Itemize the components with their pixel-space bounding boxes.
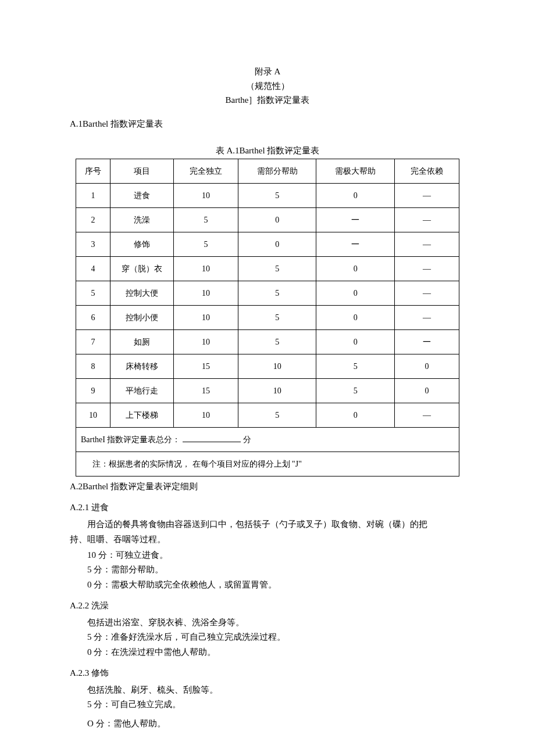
table-cell: 5	[238, 305, 316, 329]
table-row: 7如厕1050一	[76, 329, 459, 354]
table-cell: 3	[76, 232, 110, 256]
total-score-underline	[183, 442, 241, 442]
table-caption: 表 A.1Barthel 指数评定量表	[70, 144, 465, 157]
table-cell: —	[395, 281, 459, 305]
table-cell: 0	[395, 354, 459, 378]
section-a2-heading: A.2Barthel 指数评定量表评定细则	[70, 480, 465, 493]
table-cell: 如厕	[110, 329, 174, 354]
table-cell: 10	[238, 378, 316, 403]
table-cell: 控制大便	[110, 281, 174, 305]
table-cell: 0	[316, 305, 395, 329]
table-cell: 6	[76, 305, 110, 329]
barthel-table: 序号 项目 完全独立 需部分帮助 需极大帮助 完全依赖 1进食1050—2洗澡5…	[76, 159, 459, 476]
table-cell: 5	[174, 207, 238, 232]
table-cell: 修饰	[110, 232, 174, 256]
table-cell: 一	[395, 329, 459, 354]
table-cell: 4	[76, 256, 110, 281]
table-cell: 9	[76, 378, 110, 403]
a23-score-5: 5 分：可自己独立完成。	[87, 698, 465, 711]
table-cell: 0	[395, 378, 459, 403]
table-cell: 5	[174, 232, 238, 256]
table-cell: 穿（脱）衣	[110, 256, 174, 281]
table-cell: 10	[174, 329, 238, 354]
table-cell: 5	[238, 256, 316, 281]
table-row: 10上下楼梯1050—	[76, 403, 459, 427]
table-cell: 5	[76, 281, 110, 305]
a21-scores: 10 分：可独立进食。 5 分：需部分帮助。 0 分：需极大帮助或完全依赖他人，…	[87, 549, 465, 592]
a21-score-0: 0 分：需极大帮助或完全依赖他人，或留置胃管。	[87, 578, 465, 592]
table-cell: 洗澡	[110, 207, 174, 232]
section-a1-heading: A.1Barthel 指数评定量表	[70, 117, 465, 131]
a22-score-5: 5 分：准备好洗澡水后，可自己独立完成洗澡过程。	[87, 630, 465, 644]
th-full: 完全依赖	[395, 159, 459, 183]
table-row: 5控制大便1050—	[76, 281, 459, 305]
table-cell: —	[395, 232, 459, 256]
table-cell: 15	[174, 354, 238, 378]
table-cell: 10	[174, 183, 238, 207]
appendix-label: 附录 A	[70, 65, 465, 78]
footer-total-label: BartheI 指数评定量表总分：	[81, 435, 180, 444]
a21-heading: A.2.1 进食	[70, 501, 465, 514]
table-row: 2洗澡50一—	[76, 207, 459, 232]
table-cell: 一	[316, 207, 395, 232]
table-row: 9平地行走151050	[76, 378, 459, 403]
table-row: 4穿（脱）衣1050—	[76, 256, 459, 281]
table-row: 1进食1050—	[76, 183, 459, 207]
a22-text: 包括进出浴室、穿脱衣裤、洗浴全身等。	[87, 616, 465, 629]
doc-title: Barthe］指数评定量表	[70, 94, 465, 107]
table-cell: 0	[316, 256, 395, 281]
table-cell: 10	[76, 403, 110, 427]
table-cell: 5	[238, 329, 316, 354]
a23-score-0: O 分：需他人帮助。	[87, 717, 465, 730]
table-cell: —	[395, 403, 459, 427]
table-cell: 0	[316, 281, 395, 305]
table-row: 3修饰50一—	[76, 232, 459, 256]
table-footer-note: 注：根据患者的实际情况， 在每个项目对应的得分上划 "J"	[76, 452, 459, 476]
table-cell: 控制小便	[110, 305, 174, 329]
a21-score-10: 10 分：可独立进食。	[87, 549, 465, 562]
table-cell: 床椅转移	[110, 354, 174, 378]
table-cell: 0	[238, 232, 316, 256]
table-cell: —	[395, 305, 459, 329]
table-cell: 0	[316, 183, 395, 207]
table-cell: 5	[238, 403, 316, 427]
table-cell: 5	[238, 281, 316, 305]
table-cell: 1	[76, 183, 110, 207]
a21-text-cont: 持、咀嚼、吞咽等过程。	[70, 533, 465, 546]
footer-total-unit: 分	[243, 435, 251, 444]
table-cell: 10	[174, 403, 238, 427]
table-cell: 10	[174, 305, 238, 329]
table-cell: 10	[174, 256, 238, 281]
table-cell: 10	[174, 281, 238, 305]
normative-label: （规范性）	[70, 80, 465, 93]
table-cell: 10	[238, 354, 316, 378]
a21-score-5: 5 分：需部分帮助。	[87, 563, 465, 576]
table-row: 6控制小便1050—	[76, 305, 459, 329]
a23-text: 包括洗脸、刷牙、梳头、刮脸等。	[87, 683, 465, 697]
table-header-row: 序号 项目 完全独立 需部分帮助 需极大帮助 完全依赖	[76, 159, 459, 183]
table-cell: 7	[76, 329, 110, 354]
table-cell: 平地行走	[110, 378, 174, 403]
table-cell: 进食	[110, 183, 174, 207]
table-cell: 0	[316, 403, 395, 427]
table-cell: 一	[316, 232, 395, 256]
table-cell: 0	[238, 207, 316, 232]
th-major: 需极大帮助	[316, 159, 395, 183]
a21-text: 用合适的餐具将食物由容器送到口中，包括筷子（勺子或叉子）取食物、对碗（碟）的把	[70, 518, 465, 531]
table-footer-total: BartheI 指数评定量表总分：分	[76, 427, 459, 452]
a22-block: 包括进出浴室、穿脱衣裤、洗浴全身等。 5 分：准备好洗澡水后，可自己独立完成洗澡…	[87, 616, 465, 659]
table-cell: 8	[76, 354, 110, 378]
th-item: 项目	[110, 159, 174, 183]
th-partial: 需部分帮助	[238, 159, 316, 183]
a23-block: 包括洗脸、刷牙、梳头、刮脸等。 5 分：可自己独立完成。 O 分：需他人帮助。	[87, 683, 465, 730]
table-cell: 5	[316, 378, 395, 403]
table-cell: 2	[76, 207, 110, 232]
table-cell: 15	[174, 378, 238, 403]
table-cell: 上下楼梯	[110, 403, 174, 427]
table-cell: —	[395, 256, 459, 281]
table-cell: 5	[316, 354, 395, 378]
table-cell: —	[395, 207, 459, 232]
table-cell: 0	[316, 329, 395, 354]
table-cell: —	[395, 183, 459, 207]
th-independent: 完全独立	[174, 159, 238, 183]
